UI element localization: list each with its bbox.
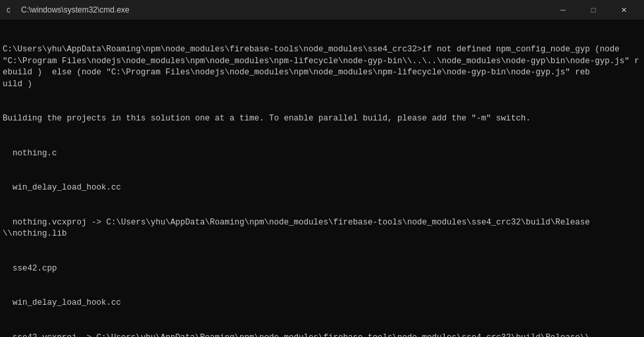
window-controls: ─ □ ✕	[548, 0, 639, 20]
line-2: Building the projects in this solution o…	[3, 113, 641, 125]
line-5: nothing.vcxproj -> C:\Users\yhu\AppData\…	[3, 217, 641, 240]
cmd-icon: C	[5, 5, 16, 15]
line-3: nothing.c	[3, 148, 641, 160]
line-1: C:\Users\yhu\AppData\Roaming\npm\node_mo…	[3, 44, 641, 90]
minimize-button[interactable]: ─	[548, 0, 578, 20]
line-4: win_delay_load_hook.cc	[3, 182, 641, 194]
close-button[interactable]: ✕	[608, 0, 639, 20]
terminal-output[interactable]: C:\Users\yhu\AppData\Roaming\npm\node_mo…	[0, 20, 644, 337]
line-6: sse42.cpp	[3, 263, 641, 275]
terminal-window: C C:\windows\system32\cmd.exe ─ □ ✕ C:\U…	[0, 0, 644, 337]
svg-text:C: C	[7, 7, 11, 14]
window-title: C:\windows\system32\cmd.exe	[21, 5, 548, 14]
maximize-button[interactable]: □	[578, 0, 608, 20]
line-8: sse42.vcxproj -> C:\Users\yhu\AppData\Ro…	[3, 332, 641, 338]
line-7: win_delay_load_hook.cc	[3, 298, 641, 309]
titlebar: C C:\windows\system32\cmd.exe ─ □ ✕	[0, 0, 644, 20]
